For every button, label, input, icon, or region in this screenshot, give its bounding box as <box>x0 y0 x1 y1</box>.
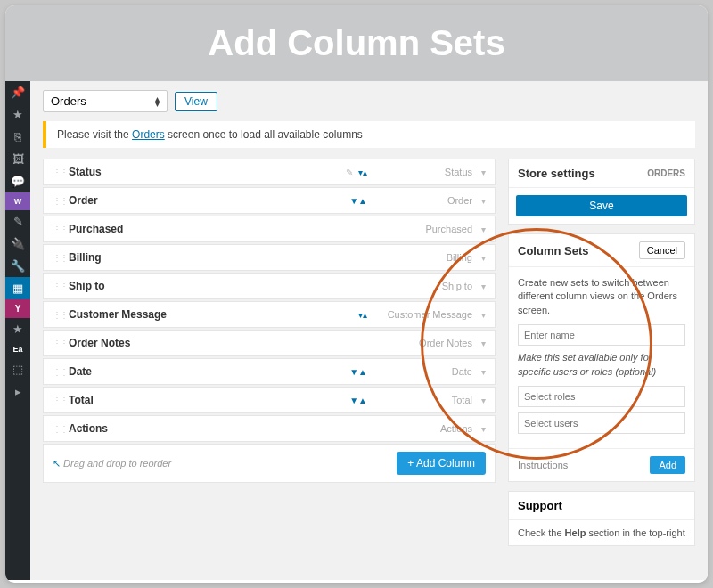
pencil-icon[interactable]: ✎ <box>346 167 353 177</box>
column-sets-title: Column Sets <box>518 244 588 257</box>
woo-icon[interactable]: W <box>5 192 30 210</box>
post-type-selected: Orders <box>51 94 86 108</box>
comments-icon[interactable]: 💬 <box>5 170 30 192</box>
column-label: Date <box>69 365 193 378</box>
expand-caret-icon[interactable]: ▾ <box>481 367 486 377</box>
availability-note: Make this set available only for specifi… <box>518 351 685 379</box>
yoast-icon[interactable]: Y <box>5 299 30 318</box>
column-label: Customer Message <box>69 308 193 321</box>
select-roles-input[interactable] <box>518 386 685 407</box>
star-icon[interactable]: ★ <box>5 103 30 126</box>
column-label: Status <box>69 166 193 178</box>
drag-handle-icon[interactable]: ⋮⋮ <box>53 396 61 405</box>
column-row[interactable]: ⋮⋮ Ship to Ship to ▾ <box>43 273 496 299</box>
store-settings-title: Store settings <box>518 167 595 180</box>
admin-columns-icon[interactable]: ▦ <box>5 277 30 299</box>
notice-orders-link[interactable]: Orders <box>132 128 165 141</box>
column-type: Purchased <box>374 224 472 234</box>
ea-icon[interactable]: Ea <box>5 340 30 358</box>
expand-caret-icon[interactable]: ▾ <box>481 253 486 263</box>
pin-icon[interactable]: 📌 <box>5 81 30 103</box>
set-name-input[interactable] <box>518 324 685 346</box>
column-label: Total <box>69 394 193 406</box>
column-row[interactable]: ⋮⋮ Date ▼▲ Date ▾ <box>43 358 496 385</box>
save-button[interactable]: Save <box>516 195 687 216</box>
drag-handle-icon[interactable]: ⋮⋮ <box>53 253 61 263</box>
column-type: Billing <box>374 252 472 263</box>
select-arrows-icon: ▴▾ <box>155 96 160 107</box>
column-label: Actions <box>69 422 193 435</box>
drag-handle-icon[interactable]: ⋮⋮ <box>53 424 61 434</box>
drag-handle-icon[interactable]: ⋮⋮ <box>53 339 61 348</box>
filter-icon[interactable]: ▾▴ <box>358 167 367 177</box>
drag-hint: Drag and drop to reorder <box>53 458 171 470</box>
banner-title: Add Column Sets <box>5 5 708 81</box>
column-label: Purchased <box>69 223 193 235</box>
sort-icon[interactable]: ▼▲ <box>349 367 367 377</box>
sort-icon[interactable]: ▼▲ <box>349 396 367 405</box>
column-row[interactable]: ⋮⋮ Order ▼▲ Order ▾ <box>43 187 496 214</box>
expand-caret-icon[interactable]: ▾ <box>481 225 486 234</box>
column-type: Status <box>374 167 472 177</box>
drag-handle-icon[interactable]: ⋮⋮ <box>53 282 61 291</box>
column-label: Order <box>69 194 193 207</box>
expand-caret-icon[interactable]: ▾ <box>481 310 486 320</box>
post-type-select[interactable]: Orders ▴▾ <box>43 90 168 112</box>
view-button[interactable]: View <box>175 92 217 111</box>
column-type: Total <box>374 395 472 405</box>
expand-caret-icon[interactable]: ▾ <box>481 424 486 434</box>
filter-icon[interactable]: ▾▴ <box>358 310 367 320</box>
column-row[interactable]: ⋮⋮ Customer Message ▾▴ Customer Message … <box>43 301 496 328</box>
store-settings-tag: ORDERS <box>647 168 685 178</box>
expand-caret-icon[interactable]: ▾ <box>481 282 486 291</box>
sort-icon[interactable]: ▼▲ <box>349 196 367 206</box>
tools-icon[interactable]: 🔧 <box>5 255 30 277</box>
posts-icon[interactable]: ⎘ <box>5 126 30 148</box>
media-icon[interactable]: 🖾 <box>5 148 30 170</box>
column-row[interactable]: ⋮⋮ Actions Actions ▾ <box>43 415 496 442</box>
add-column-button[interactable]: + Add Column <box>397 452 486 475</box>
collapse-icon[interactable]: ▸ <box>5 380 30 403</box>
expand-caret-icon[interactable]: ▾ <box>481 167 486 177</box>
column-type: Date <box>374 366 472 377</box>
misc-icon[interactable]: ⬚ <box>5 358 30 380</box>
select-users-input[interactable] <box>518 412 685 434</box>
store-settings-box: Store settings ORDERS Save <box>508 159 695 225</box>
drag-handle-icon[interactable]: ⋮⋮ <box>53 225 61 234</box>
drag-handle-icon[interactable]: ⋮⋮ <box>53 367 61 377</box>
column-type: Order <box>374 195 472 206</box>
drag-handle-icon[interactable]: ⋮⋮ <box>53 310 61 320</box>
expand-caret-icon[interactable]: ▾ <box>481 396 486 405</box>
column-row[interactable]: ⋮⋮ Status ✎▾▴ Status ▾ <box>43 159 496 185</box>
column-sets-box: Column Sets Cancel Create new sets to sw… <box>508 233 695 482</box>
expand-caret-icon[interactable]: ▾ <box>481 196 486 206</box>
expand-caret-icon[interactable]: ▾ <box>481 339 486 348</box>
column-row[interactable]: ⋮⋮ Purchased Purchased ▾ <box>43 216 496 242</box>
appearance-icon[interactable]: ✎ <box>5 210 30 233</box>
column-type: Actions <box>374 423 472 434</box>
star2-icon[interactable]: ★ <box>5 318 30 340</box>
column-label: Billing <box>69 251 193 264</box>
column-row[interactable]: ⋮⋮ Total ▼▲ Total ▾ <box>43 387 496 413</box>
support-box: Support Check the Help section in the to… <box>508 491 695 546</box>
column-label: Order Notes <box>69 337 193 349</box>
column-type: Order Notes <box>374 338 472 348</box>
add-set-button[interactable]: Add <box>650 456 685 474</box>
wp-admin-sidebar: 📌 ★ ⎘ 🖾 💬 W ✎ 🔌 🔧 ▦ Y ★ Ea ⬚ ▸ <box>5 81 30 580</box>
column-type: Ship to <box>374 281 472 291</box>
instructions-link[interactable]: Instructions <box>518 460 568 470</box>
support-title: Support <box>509 492 694 520</box>
column-row[interactable]: ⋮⋮ Billing Billing ▾ <box>43 244 496 271</box>
drag-handle-icon[interactable]: ⋮⋮ <box>53 167 61 177</box>
cancel-button[interactable]: Cancel <box>639 241 685 259</box>
notice-bar: Please visit the Orders screen once to l… <box>43 121 695 148</box>
column-row[interactable]: ⋮⋮ Order Notes Order Notes ▾ <box>43 330 496 356</box>
column-sets-description: Create new sets to switch between differ… <box>518 276 685 317</box>
column-type: Customer Message <box>374 309 472 320</box>
support-text: Check the Help section in the top-right <box>509 520 694 545</box>
drag-handle-icon[interactable]: ⋮⋮ <box>53 196 61 206</box>
column-label: Ship to <box>69 280 193 292</box>
plugins-icon[interactable]: 🔌 <box>5 233 30 255</box>
columns-panel: ⋮⋮ Status ✎▾▴ Status ▾ ⋮⋮ Order ▼▲ Order… <box>43 159 496 546</box>
